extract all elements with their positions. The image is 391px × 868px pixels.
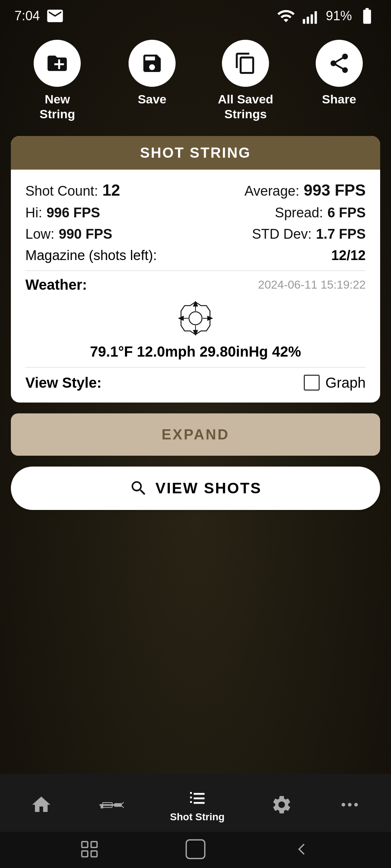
low-row: Low: 990 FPS STD Dev: 1.7 FPS [25, 226, 366, 242]
mail-icon [46, 7, 64, 25]
card-header-text: SHOT STRING [140, 145, 251, 161]
share-label: Share [322, 92, 356, 107]
shot-count-row: Shot Count: 12 Average: 993 FPS [25, 181, 366, 199]
bottom-nav: Shot String [0, 774, 391, 832]
average-value: 993 FPS [304, 181, 366, 199]
save-icon [140, 52, 164, 75]
share-button[interactable]: Share [316, 40, 363, 107]
nav-shot-string-label: Shot String [170, 811, 225, 823]
divider-2 [25, 367, 366, 367]
home-icon [30, 794, 52, 816]
graph-label: Graph [325, 375, 366, 391]
copy-icon [234, 52, 257, 75]
hi-row: Hi: 996 FPS Spread: 6 FPS [25, 205, 366, 221]
more-icon [339, 794, 361, 816]
settings-icon [271, 794, 293, 816]
divider-1 [25, 271, 366, 271]
battery-display: 91% [326, 8, 352, 24]
svg-rect-23 [82, 842, 88, 847]
expand-button[interactable]: EXPAND [11, 413, 380, 456]
svg-point-20 [342, 803, 345, 807]
svg-rect-0 [303, 19, 305, 24]
battery-icon [358, 7, 377, 25]
card-header: SHOT STRING [11, 136, 380, 170]
nav-settings[interactable] [271, 794, 293, 816]
status-icons: 91% [277, 7, 377, 25]
back-button[interactable] [291, 839, 312, 861]
search-icon [129, 479, 148, 498]
save-circle [129, 40, 176, 87]
nav-rifle[interactable] [98, 792, 124, 817]
svg-point-5 [189, 312, 202, 325]
svg-rect-1 [307, 17, 309, 24]
view-shots-button[interactable]: VIEW SHOTS [11, 467, 380, 510]
svg-line-18 [122, 802, 124, 804]
recent-apps-button[interactable] [79, 839, 100, 861]
weather-label: Weather: [25, 277, 87, 293]
magazine-label: Magazine (shots left): [25, 248, 157, 263]
weather-header: Weather: 2024-06-11 15:19:22 [25, 277, 366, 293]
all-saved-button[interactable]: All SavedStrings [218, 40, 273, 122]
svg-marker-13 [208, 316, 212, 320]
nav-home[interactable] [30, 794, 52, 816]
all-saved-circle [222, 40, 269, 87]
folder-plus-icon [46, 52, 69, 75]
back-icon [291, 839, 312, 859]
share-icon [328, 52, 351, 75]
magazine-row: Magazine (shots left): 12/12 [25, 248, 366, 263]
weather-icon-container [25, 300, 366, 336]
std-dev-label: STD Dev: [252, 226, 312, 242]
nav-shot-string[interactable]: Shot String [170, 787, 225, 823]
signal-icon [301, 7, 320, 25]
view-style-row: View Style: Graph [25, 375, 366, 391]
home-circle-button[interactable] [185, 839, 206, 861]
svg-rect-24 [82, 851, 88, 857]
action-bar: New String Save All SavedStrings [0, 29, 391, 129]
time-display: 7:04 [14, 8, 40, 24]
magazine-value: 12/12 [331, 248, 366, 263]
share-circle [316, 40, 363, 87]
svg-rect-2 [311, 14, 313, 24]
home-circle-icon [185, 839, 206, 859]
new-string-button[interactable]: New String [28, 40, 86, 122]
card-body: Shot Count: 12 Average: 993 FPS Hi: 996 … [11, 170, 380, 403]
new-string-label: New String [28, 92, 86, 122]
svg-rect-17 [101, 806, 103, 808]
shot-count-label: Shot Count: [25, 183, 98, 199]
nav-more[interactable] [339, 794, 361, 816]
svg-rect-27 [186, 840, 205, 858]
svg-marker-12 [179, 316, 183, 320]
svg-rect-14 [100, 804, 117, 806]
weather-data: 79.1°F 12.0mph 29.80inHg 42% [25, 344, 366, 360]
save-button[interactable]: Save [129, 40, 176, 107]
wifi-icon [277, 7, 295, 25]
weather-section: Weather: 2024-06-11 15:19:22 [25, 277, 366, 360]
view-shots-text: VIEW SHOTS [155, 480, 262, 497]
svg-rect-26 [91, 851, 97, 857]
system-nav [0, 832, 391, 868]
new-string-circle [34, 40, 81, 87]
rifle-icon [98, 792, 124, 817]
hi-value: 996 FPS [46, 205, 100, 221]
weather-timestamp: 2024-06-11 15:19:22 [258, 278, 366, 292]
status-bar: 7:04 91% [0, 0, 391, 29]
spread-label: Spread: [275, 205, 323, 221]
std-dev-value: 1.7 FPS [316, 226, 366, 242]
average-label: Average: [244, 183, 299, 199]
svg-rect-25 [91, 842, 97, 847]
list-icon [186, 787, 208, 808]
shot-count-value: 12 [102, 181, 120, 199]
svg-point-21 [348, 803, 352, 807]
all-saved-label: All SavedStrings [218, 92, 273, 122]
recent-icon [79, 839, 100, 859]
hi-label: Hi: [25, 205, 42, 221]
expand-text: EXPAND [161, 426, 230, 442]
svg-line-19 [122, 806, 124, 808]
spread-value: 6 FPS [327, 205, 366, 221]
graph-checkbox[interactable] [304, 375, 320, 391]
graph-checkbox-area[interactable]: Graph [304, 375, 366, 391]
svg-point-22 [354, 803, 358, 807]
save-label: Save [138, 92, 166, 107]
compass-icon [177, 300, 214, 336]
svg-rect-16 [114, 803, 121, 807]
